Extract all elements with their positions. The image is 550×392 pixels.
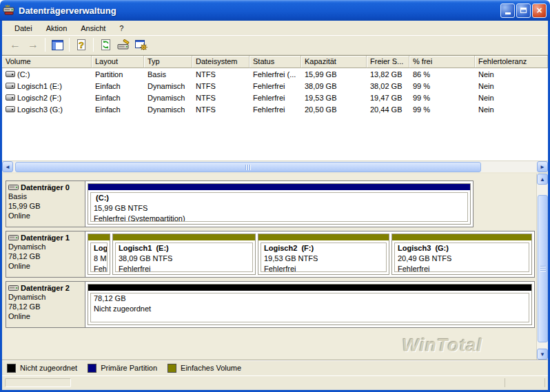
scroll-down-button[interactable]: ▼ bbox=[537, 349, 548, 360]
column-header-dateisystem[interactable]: Dateisystem bbox=[192, 56, 249, 68]
column-header-fehlertoleranz[interactable]: Fehlertoleranz bbox=[475, 56, 548, 68]
close-icon: × bbox=[536, 5, 542, 16]
table-row[interactable]: Logisch3 (G:) Einfach Dynamisch NTFS Feh… bbox=[2, 103, 548, 115]
volume-icon bbox=[6, 106, 15, 112]
cell-typ: Basis bbox=[144, 68, 192, 80]
horizontal-scroll-track[interactable] bbox=[13, 161, 537, 172]
cell-freier: 19,47 GB bbox=[367, 92, 409, 103]
partition-logisch3[interactable]: Logisch3 (G:) 20,49 GB NTFS Fehlerfrei bbox=[391, 234, 532, 275]
partition-status: Fehlerfrei bbox=[119, 264, 249, 272]
partition-small[interactable]: Logi: 8 MB Fehle bbox=[88, 234, 110, 275]
disk-info-panel[interactable]: Datenträger 2 Dynamisch 78,12 GB Online bbox=[6, 282, 85, 327]
cell-freier: 38,02 GB bbox=[367, 80, 409, 92]
disk-type: Basis bbox=[8, 192, 83, 201]
minimize-button[interactable] bbox=[500, 3, 515, 18]
cell-frei: 99 % bbox=[409, 103, 475, 115]
partition-info: 15,99 GB NTFS bbox=[94, 203, 465, 214]
partition-status: Nicht zugeordnet bbox=[94, 304, 526, 314]
legend-bar: Nicht zugeordnet Primäre Partition Einfa… bbox=[2, 360, 548, 375]
disk-info-panel[interactable]: Datenträger 0 Basis 15,99 GB Online bbox=[6, 181, 85, 227]
partition-logisch2[interactable]: Logisch2 (F:) 19,53 GB NTFS Fehlerfrei bbox=[258, 234, 389, 275]
partition-c[interactable]: (C:) 15,99 GB NTFS Fehlerfrei (Systempar… bbox=[88, 183, 471, 225]
forward-icon: → bbox=[28, 39, 39, 50]
legend-item-primary-partition: Primäre Partition bbox=[88, 364, 157, 373]
cell-typ: Dynamisch bbox=[144, 92, 192, 103]
column-header-status[interactable]: Status bbox=[249, 56, 301, 68]
status-separator bbox=[544, 378, 545, 387]
partition-info: 78,12 GB bbox=[94, 293, 526, 304]
cell-layout: Partition bbox=[92, 68, 144, 80]
close-button[interactable]: × bbox=[532, 3, 547, 18]
disk-type: Dynamisch bbox=[8, 242, 83, 251]
partition-label: Logisch1 (E:) bbox=[119, 243, 249, 254]
legend-label: Nicht zugeordnet bbox=[20, 364, 77, 372]
partition-label: Logisch3 (G:) bbox=[398, 243, 526, 254]
horizontal-scrollbar[interactable]: ◄ ► bbox=[2, 161, 548, 172]
column-header-freier-speicher[interactable]: Freier S... bbox=[367, 56, 409, 68]
disk-properties-button[interactable] bbox=[114, 37, 132, 53]
column-header-prozent-frei[interactable]: % frei bbox=[409, 56, 475, 68]
status-separator bbox=[505, 378, 505, 387]
vertical-scroll-track[interactable] bbox=[537, 185, 548, 349]
partition-info: 20,49 GB NTFS bbox=[398, 254, 526, 264]
column-header-volume[interactable]: Volume bbox=[2, 56, 92, 68]
cell-layout: Einfach bbox=[92, 80, 144, 92]
table-row[interactable]: (C:) Partition Basis NTFS Fehlerfrei (..… bbox=[2, 68, 548, 80]
help-button[interactable]: ? bbox=[72, 37, 90, 53]
cell-status: Fehlerfrei bbox=[249, 80, 301, 92]
partition-color-band bbox=[113, 234, 255, 240]
cell-status: Fehlerfrei (... bbox=[249, 68, 301, 80]
toolbar: ← → ? bbox=[2, 35, 548, 55]
menu-aktion[interactable]: Aktion bbox=[39, 22, 74, 34]
partition-status: Fehle bbox=[94, 264, 104, 272]
volume-icon bbox=[6, 83, 15, 89]
partition-color-band bbox=[88, 184, 470, 190]
menu-bar: Datei Aktion Ansicht ? bbox=[2, 21, 548, 35]
column-header-kapazitaet[interactable]: Kapazität bbox=[301, 56, 367, 68]
scroll-right-button[interactable]: ► bbox=[537, 161, 548, 172]
manage-volumes-button[interactable] bbox=[132, 37, 150, 53]
cell-toleranz: Nein bbox=[475, 68, 548, 80]
manage-volumes-icon bbox=[135, 39, 147, 50]
disk-size: 15,99 GB bbox=[8, 201, 83, 211]
scroll-up-button[interactable]: ▲ bbox=[537, 174, 548, 185]
legend-item-simple-volume: Einfaches Volume bbox=[167, 364, 241, 373]
disk-management-window: Datenträgerverwaltung × Datei Aktion Ans… bbox=[0, 0, 550, 392]
list-empty-area bbox=[2, 115, 548, 161]
column-header-typ[interactable]: Typ bbox=[144, 56, 192, 68]
forward-button[interactable]: → bbox=[24, 37, 42, 53]
menu-datei[interactable]: Datei bbox=[8, 22, 39, 34]
menu-hilfe[interactable]: ? bbox=[112, 22, 130, 34]
partition-logisch1[interactable]: Logisch1 (E:) 38,09 GB NTFS Fehlerfrei bbox=[112, 234, 256, 275]
partition-color-band bbox=[258, 234, 389, 240]
partition-unallocated[interactable]: 78,12 GB Nicht zugeordnet bbox=[88, 284, 532, 325]
cell-layout: Einfach bbox=[92, 103, 144, 115]
scroll-down-icon: ▼ bbox=[540, 351, 545, 358]
legend-item-unallocated: Nicht zugeordnet bbox=[7, 364, 77, 373]
disk-status: Online bbox=[8, 261, 83, 271]
partition-color-band bbox=[392, 234, 531, 240]
cell-dateisystem: NTFS bbox=[192, 92, 249, 103]
toolbar-separator bbox=[69, 38, 70, 52]
horizontal-scroll-thumb[interactable] bbox=[15, 162, 481, 172]
maximize-button[interactable] bbox=[516, 3, 531, 18]
table-row[interactable]: Logisch2 (F:) Einfach Dynamisch NTFS Feh… bbox=[2, 92, 548, 103]
disk-icon bbox=[8, 234, 19, 242]
show-console-tree-button[interactable] bbox=[48, 37, 66, 53]
partition-label: (C:) bbox=[94, 193, 465, 203]
menu-ansicht[interactable]: Ansicht bbox=[74, 22, 112, 34]
column-header-layout[interactable]: Layout bbox=[92, 56, 144, 68]
table-row[interactable]: Logisch1 (E:) Einfach Dynamisch NTFS Feh… bbox=[2, 80, 548, 92]
vertical-scrollbar[interactable]: ▲ ▼ bbox=[536, 174, 548, 360]
disk-row-1: Datenträger 1 Dynamisch 78,12 GB Online … bbox=[6, 231, 535, 278]
disk-info-panel[interactable]: Datenträger 1 Dynamisch 78,12 GB Online bbox=[6, 231, 85, 277]
refresh-button[interactable] bbox=[96, 37, 114, 53]
app-icon bbox=[3, 5, 15, 16]
vertical-scroll-thumb[interactable] bbox=[538, 195, 548, 342]
cell-kapazitaet: 20,50 GB bbox=[301, 103, 367, 115]
volume-icon bbox=[6, 94, 15, 101]
back-button[interactable]: ← bbox=[6, 37, 24, 53]
scroll-left-button[interactable]: ◄ bbox=[2, 161, 13, 172]
cell-kapazitaet: 38,09 GB bbox=[301, 80, 367, 92]
legend-label: Einfaches Volume bbox=[181, 364, 241, 372]
